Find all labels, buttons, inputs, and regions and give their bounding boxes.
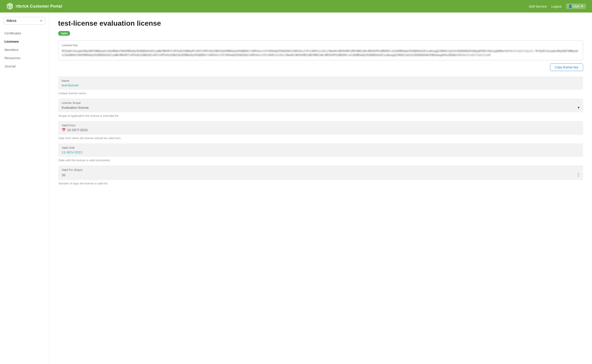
valid-until-label: Valid Until [62, 146, 579, 150]
header-left: rtbrick Customer Portal [6, 3, 62, 10]
brand-name: rtbrick Customer Portal [16, 4, 62, 9]
name-field: Name test-license [58, 76, 583, 90]
number-stepper[interactable]: ▲ ▼ [577, 172, 579, 177]
calendar-icon: 📅 [62, 128, 66, 132]
main-content: test-license evaluation license Valid Li… [49, 13, 592, 364]
header: rtbrick Customer Portal Self-Service Log… [0, 0, 592, 13]
layout: RtBrick Certificates Licenses Members Re… [0, 13, 592, 364]
valid-for-days-label: Valid For (Days) [62, 168, 579, 171]
header-right: Self-Service Logout 👤 User ▼ [529, 4, 586, 9]
self-service-link[interactable]: Self-Service [529, 5, 547, 8]
valid-until-field: Valid Until 11-NOV-2023 [58, 143, 583, 157]
valid-from-field: Valid From 📅22-OCT-2023 [58, 121, 583, 135]
valid-for-days-row: 20 ▲ ▼ [62, 172, 579, 177]
valid-for-days-field[interactable]: Valid For (Days) 20 ▲ ▼ [58, 165, 583, 180]
sidebar-item-certificates[interactable]: Certificates [0, 29, 49, 37]
license-scope-hint: Scope of application the license is inte… [58, 114, 583, 117]
rtbrick-logo-icon [6, 3, 13, 10]
copy-license-key-button[interactable]: Copy license key [550, 63, 583, 71]
license-key-label: License Key [62, 44, 579, 47]
user-menu[interactable]: 👤 User ▼ [566, 4, 586, 9]
logout-link[interactable]: Logout [551, 5, 562, 8]
sidebar-item-journal[interactable]: Journal [0, 62, 49, 70]
page-title: test-license evaluation license [58, 19, 583, 27]
valid-from-hint: Date from when the license should be val… [58, 136, 583, 140]
license-scope-field[interactable]: License Scope Evaluation license ▾ [58, 98, 583, 112]
license-key-box: License Key MIIEpDCCAoygAwIBAgIBATANBgkq… [58, 40, 583, 60]
valid-for-days-value: 20 [62, 173, 66, 177]
sidebar-nav: Certificates Licenses Members Resources … [0, 29, 49, 70]
license-scope-select-row: Evaluation license ▾ [62, 105, 579, 110]
sidebar-item-licenses[interactable]: Licenses [0, 37, 49, 46]
sidebar: RtBrick Certificates Licenses Members Re… [0, 13, 49, 364]
chevron-down-icon: ▾ [578, 105, 579, 110]
valid-until-hint: Date until the license is valid (exclusi… [58, 159, 583, 162]
valid-from-label: Valid From [62, 124, 579, 127]
license-scope-value: Evaluation license [62, 106, 89, 110]
stepper-down-icon[interactable]: ▼ [577, 175, 579, 177]
valid-for-days-hint: Number of days the license is valid for. [58, 182, 583, 185]
stepper-up-icon[interactable]: ▲ [577, 172, 579, 175]
sidebar-item-resources[interactable]: Resources [0, 54, 49, 62]
org-selector-wrapper: RtBrick [0, 17, 49, 29]
license-key-value: MIIEpDCCAoygAwIBAgIBATANBgkqhkiG9w0BAQsF… [62, 49, 579, 57]
name-field-hint: Unique license name. [58, 91, 583, 95]
valid-until-value: 11-NOV-2023 [62, 150, 579, 154]
license-scope-label: License Scope [62, 101, 579, 104]
name-field-label: Name [62, 79, 579, 82]
name-field-value: test-license [62, 83, 579, 87]
org-select[interactable]: RtBrick [4, 17, 45, 25]
copy-btn-row: Copy license key [58, 63, 583, 71]
sidebar-item-members[interactable]: Members [0, 46, 49, 54]
valid-from-value: 📅22-OCT-2023 [62, 128, 579, 132]
status-badge: Valid [58, 31, 70, 36]
